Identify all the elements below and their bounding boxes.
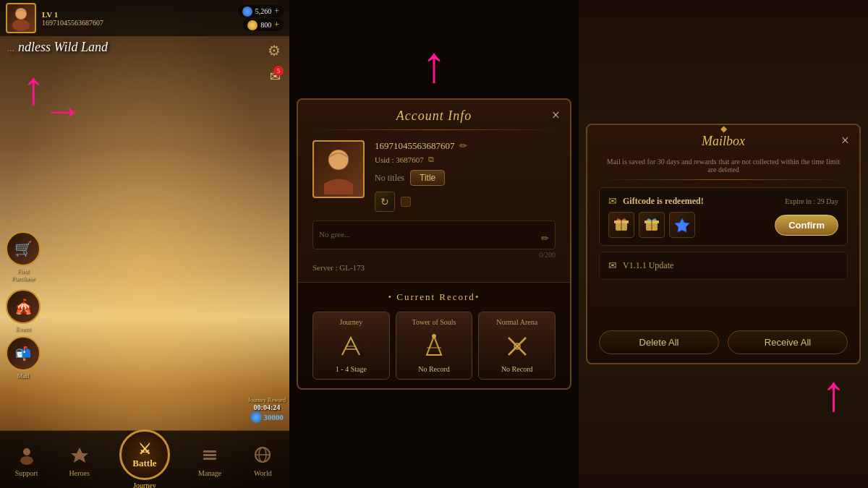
support-nav-icon — [14, 442, 40, 468]
mail-subject-giftcode: Giftcode is redeemed! — [623, 196, 779, 207]
profile-avatar — [312, 140, 365, 198]
top-currency: 5,260 + 800 + — [238, 5, 284, 31]
records-section: Current Record Journey 1 - 4 Stage Tower… — [298, 282, 570, 388]
record-journey-title: Journey — [318, 318, 385, 326]
mail-item-giftcode-header: ✉ Giftcode is redeemed! Expire in : 29 D… — [608, 195, 838, 207]
add-gold-icon[interactable]: + — [274, 20, 279, 30]
name-edit-icon[interactable]: ✏ — [459, 140, 467, 152]
mail-subject-update: V1.1.1 Update — [623, 260, 673, 271]
modal-header: Account Info × — [298, 100, 570, 129]
middle-panel: ↑ Account Info × 1697104556368760 — [289, 0, 579, 488]
mail-envelope-icon: ✉ — [608, 195, 617, 207]
reward-item-3 — [669, 212, 695, 238]
mailbox-subtitle: Mail is saved for 30 days and rewards th… — [587, 155, 859, 179]
reward-item-1 — [608, 212, 634, 238]
nav-manage-label: Manage — [198, 469, 221, 477]
svg-point-4 — [20, 456, 33, 465]
svg-rect-7 — [203, 458, 216, 460]
nav-world-label: World — [254, 469, 272, 477]
arrow-up-right: ↑ — [821, 365, 846, 423]
player-info: LV 1 16971045563687607 — [42, 10, 238, 27]
nav-world[interactable]: World — [250, 442, 276, 477]
refresh-button[interactable]: ↻ — [375, 192, 395, 212]
diamond-currency: 5,260 + — [238, 5, 284, 17]
mailbox-footer: Delete All Receive All — [587, 287, 859, 363]
arrow-right-left: → — [43, 90, 83, 130]
event-icon[interactable]: 🎪 Event — [6, 289, 41, 333]
nav-heroes-label: Heroes — [69, 469, 90, 477]
arrow-up-left: ↑ — [22, 65, 46, 112]
server-label: Server : GL-173 — [312, 263, 556, 272]
delete-all-button[interactable]: Delete All — [599, 330, 719, 354]
right-panel: ↑ ◆ Mailbox × Mail is saved for 30 days … — [579, 0, 868, 488]
mail-item-giftcode: ✉ Giftcode is redeemed! Expire in : 29 D… — [599, 187, 848, 246]
event-label: Event — [16, 325, 31, 333]
record-arena: Normal Arena No Record — [478, 312, 556, 380]
record-arena-value: No Record — [483, 365, 550, 373]
journey-reward-label: Journey Reward — [248, 397, 286, 403]
uid-label: Usid : 3687607 — [375, 155, 424, 164]
settings-icon[interactable]: ⚙ — [268, 42, 281, 59]
add-diamond-icon[interactable]: + — [274, 6, 279, 17]
first-purchase-icon[interactable]: 🛒 FirstPurchase — [6, 231, 41, 282]
gold-icon — [247, 20, 258, 30]
mail-badge: 5 — [273, 66, 284, 76]
profile-name: 16971045563687607 — [375, 140, 455, 152]
mail-expire-giftcode: Expire in : 29 Day — [785, 197, 838, 205]
record-tower-icon — [401, 332, 468, 361]
mail-side-symbol: 📬 — [15, 346, 31, 361]
battle-button[interactable]: ⚔ Battle — [119, 429, 170, 480]
mailbox-title: Mailbox — [702, 134, 745, 148]
journey-coin-val: 30000 — [263, 413, 284, 421]
journey-coins: 30000 — [250, 411, 284, 423]
svg-rect-6 — [203, 454, 216, 456]
mail-icon-container[interactable]: ✉ 5 — [270, 69, 281, 85]
record-arena-title: Normal Arena — [483, 318, 550, 326]
account-info-modal: Account Info × 16971045563687607 ✏ — [297, 98, 571, 390]
reward-item-2 — [639, 212, 665, 238]
copy-icon[interactable]: ⧉ — [428, 155, 434, 164]
greeting-box: No gree... ✏ — [312, 221, 556, 249]
battle-label: Battle — [132, 458, 156, 469]
checkbox[interactable] — [401, 197, 411, 207]
nav-journey[interactable]: ⚔ Battle Journey — [119, 429, 170, 488]
record-tower-title: Tower of Souls — [401, 318, 468, 326]
mailbox-body: ✉ Giftcode is redeemed! Expire in : 29 D… — [587, 180, 859, 287]
map-title-display: ndless Wild Land — [18, 40, 108, 54]
map-title: ... Server : GL-173 ndless Wild Land — [7, 40, 108, 55]
journey-coin-icon — [250, 411, 262, 423]
greeting-edit-icon[interactable]: ✏ — [541, 233, 549, 244]
confirm-button[interactable]: Confirm — [775, 215, 838, 236]
records-title: Current Record — [312, 291, 556, 303]
diamond-value: 5,260 — [255, 7, 272, 15]
profile-info: 16971045563687607 ✏ Usid : 3687607 ⧉ No … — [375, 140, 556, 212]
player-level: LV 1 — [42, 10, 238, 19]
svg-rect-5 — [203, 450, 216, 453]
player-avatar[interactable] — [6, 3, 36, 33]
title-button[interactable]: Title — [410, 170, 445, 186]
uid-row: Usid : 3687607 ⧉ — [375, 155, 556, 164]
player-id: 16971045563687607 — [42, 19, 238, 27]
record-journey-icon — [318, 332, 385, 361]
greeting-section: No gree... ✏ 0/200 — [312, 221, 556, 259]
nav-heroes[interactable]: Heroes — [67, 442, 93, 477]
profile-bottom-row: ↻ — [375, 192, 556, 212]
title-prefix: ... — [7, 43, 15, 53]
record-tower-value: No Record — [401, 365, 468, 373]
gold-value: 800 — [260, 21, 271, 29]
mail-side-label: Mail — [17, 372, 30, 380]
record-journey: Journey 1 - 4 Stage — [312, 312, 390, 380]
bottom-nav: Support Heroes ⚔ Battle Journey — [0, 430, 289, 488]
nav-support[interactable]: Support — [14, 442, 40, 477]
nav-manage[interactable]: Manage — [197, 442, 223, 477]
profile-name-row: 16971045563687607 ✏ — [375, 140, 556, 152]
record-tower: Tower of Souls No Record — [396, 312, 473, 380]
modal-close-button[interactable]: × — [552, 107, 560, 124]
nav-support-label: Support — [15, 469, 38, 477]
battle-icon: ⚔ — [138, 440, 151, 458]
mailbox-close-button[interactable]: × — [841, 132, 849, 149]
receive-all-button[interactable]: Receive All — [728, 330, 848, 354]
mailbox-modal: ◆ Mailbox × Mail is saved for 30 days an… — [586, 124, 861, 364]
manage-nav-icon — [197, 442, 223, 468]
mail-side-icon[interactable]: 📬 Mail — [6, 336, 41, 380]
